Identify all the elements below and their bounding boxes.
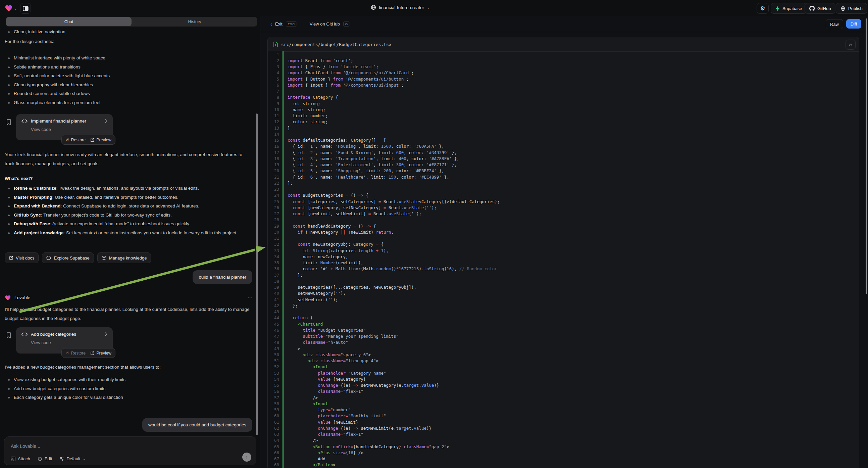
diff-added-marker bbox=[282, 100, 283, 107]
chevron-right-icon bbox=[105, 119, 107, 123]
ready-paragraph: Your sleek financial planner is now read… bbox=[5, 150, 253, 168]
tab-history[interactable]: History bbox=[132, 17, 257, 27]
exit-button[interactable]: Exit bbox=[275, 22, 282, 27]
diff-added-marker bbox=[282, 168, 283, 174]
collapse-button[interactable] bbox=[845, 39, 856, 50]
diff-added-marker bbox=[282, 107, 283, 113]
chat-panel[interactable]: Chat History Clean, intuitive navigation… bbox=[0, 16, 260, 468]
code-lines[interactable]: 12import React from 'react';3import { Pl… bbox=[268, 51, 859, 468]
code-line: 58 <Input bbox=[268, 401, 859, 407]
design-intro: For the design aesthetic: bbox=[5, 37, 253, 46]
arrow-up-icon: ↑ bbox=[246, 455, 248, 460]
code-line: 61 value={newLimit} bbox=[268, 419, 859, 425]
diff-added-marker bbox=[282, 284, 283, 290]
lovable-logo[interactable] bbox=[5, 4, 13, 12]
bullet-item: Minimalist interface with plenty of whit… bbox=[5, 54, 252, 63]
diff-added-marker bbox=[282, 204, 283, 210]
panel-icon bbox=[23, 6, 29, 11]
preview-button[interactable]: Preview bbox=[90, 351, 111, 355]
bullet-item: Glass-morphic elements for a premium fee… bbox=[5, 98, 252, 108]
mode-selector[interactable]: Default ⌄ bbox=[59, 456, 86, 461]
chat-scrollbar[interactable] bbox=[256, 114, 258, 435]
code-line: 29⌄ const handleAddCategory = () => { bbox=[268, 223, 859, 229]
code-line: 43 bbox=[268, 309, 859, 315]
explore-supabase-button[interactable]: Explore Supabase bbox=[42, 253, 94, 263]
attach-button[interactable]: Attach bbox=[11, 456, 30, 461]
diff-added-marker bbox=[282, 241, 283, 247]
diff-added-marker bbox=[282, 193, 283, 198]
visit-docs-button[interactable]: Visit docs bbox=[5, 253, 39, 263]
view-code-link[interactable]: View code bbox=[31, 127, 107, 132]
diff-added-marker bbox=[282, 419, 283, 425]
code-line: 59 type="number" bbox=[268, 407, 859, 413]
code-line: 44 return ( bbox=[268, 315, 859, 321]
code-line: 68 </Button> bbox=[268, 462, 859, 468]
diff-added-marker bbox=[282, 327, 283, 333]
bullet-dot bbox=[8, 388, 10, 390]
assistant-message: I'll help you add budget categories to t… bbox=[5, 305, 253, 323]
code-line: 8⌄interface Category { bbox=[268, 94, 859, 100]
preview-button[interactable]: Preview bbox=[90, 138, 111, 142]
code-line: 62 onChange={(e) => setNewLimit(e.target… bbox=[268, 425, 859, 431]
edit-button[interactable]: Edit bbox=[38, 456, 52, 461]
tab-chat[interactable]: Chat bbox=[6, 17, 131, 26]
bookmark-icon[interactable] bbox=[6, 332, 11, 339]
project-selector[interactable]: financial-future-creator ⌄ bbox=[371, 5, 430, 10]
feature-bullet-list: View existing budget categories with the… bbox=[5, 375, 252, 402]
publish-label: Publish bbox=[848, 6, 863, 11]
raw-toggle-button[interactable]: Raw bbox=[826, 19, 843, 29]
diff-added-marker bbox=[282, 315, 283, 321]
file-header[interactable]: src/components/budget/BudgetCategories.t… bbox=[268, 37, 859, 52]
scroll-top-list: Clean, intuitive navigation bbox=[5, 28, 252, 37]
diff-added-marker bbox=[282, 64, 283, 70]
target-icon bbox=[38, 457, 42, 461]
diff-added-marker bbox=[282, 131, 283, 137]
settings-button[interactable]: ⚙ bbox=[756, 3, 769, 14]
bullet-dot bbox=[8, 197, 10, 198]
message-menu-icon[interactable]: ⋯ bbox=[247, 294, 253, 301]
send-button[interactable]: ↑ bbox=[242, 452, 251, 462]
code-line: 51 <div className="flex gap-4"> bbox=[268, 358, 859, 364]
bookmark-icon[interactable] bbox=[6, 119, 11, 125]
chat-input[interactable]: Ask Lovable... Attach Edit bbox=[4, 436, 256, 465]
code-line: 37 }; bbox=[268, 272, 859, 278]
diff-added-marker bbox=[282, 456, 283, 462]
globe-icon bbox=[371, 5, 376, 10]
code-line: 22]; bbox=[268, 180, 859, 186]
code-line: 50 <div className="space-y-6"> bbox=[268, 351, 859, 357]
code-card: src/components/budget/BudgetCategories.t… bbox=[268, 37, 859, 468]
code-line: 38 bbox=[268, 278, 859, 284]
view-code-link[interactable]: View code bbox=[31, 340, 107, 345]
diff-added-marker bbox=[282, 407, 283, 413]
diff-toggle-button[interactable]: Diff bbox=[846, 19, 861, 29]
chat-bubble-icon bbox=[46, 256, 51, 260]
diff-added-marker bbox=[282, 351, 283, 357]
bullet-dot bbox=[8, 232, 10, 234]
external-link-icon bbox=[90, 351, 94, 355]
diff-added-marker bbox=[282, 235, 283, 241]
version-card-2: Add budget categories View code ↺Restore… bbox=[0, 327, 260, 364]
logo-chevron-down-icon[interactable]: ⌄ bbox=[14, 7, 17, 10]
supabase-button[interactable]: Supabase bbox=[771, 3, 807, 14]
publish-button[interactable]: Publish bbox=[836, 3, 867, 14]
restore-button[interactable]: ↺Restore bbox=[65, 351, 86, 355]
github-shortcut-badge: G bbox=[343, 21, 350, 27]
manage-knowledge-button[interactable]: Manage knowledge bbox=[97, 253, 151, 263]
code-line: 1 bbox=[268, 51, 859, 57]
diff-added-marker bbox=[282, 437, 283, 443]
code-line: 10 name: string; bbox=[268, 107, 859, 113]
diff-added-marker bbox=[282, 143, 283, 149]
github-button[interactable]: GitHub bbox=[805, 3, 835, 14]
page-scrollbar[interactable] bbox=[866, 19, 867, 294]
code-line: 4import ChartCard from '@/components/ui/… bbox=[268, 70, 859, 76]
code-line: 7 bbox=[268, 88, 859, 94]
code-line: 28 bbox=[268, 217, 859, 223]
sidebar-toggle-button[interactable] bbox=[20, 3, 31, 14]
view-on-github-link[interactable]: View on GitHub bbox=[310, 22, 340, 27]
version-title: Add budget categories bbox=[31, 332, 101, 337]
restore-button[interactable]: ↺Restore bbox=[65, 137, 86, 142]
code-line: 26 const [newCategory, setNewCategory] =… bbox=[268, 204, 859, 210]
diff-added-marker bbox=[282, 346, 283, 351]
code-line: 45 <ChartCard bbox=[268, 321, 859, 327]
supabase-icon bbox=[775, 6, 780, 11]
